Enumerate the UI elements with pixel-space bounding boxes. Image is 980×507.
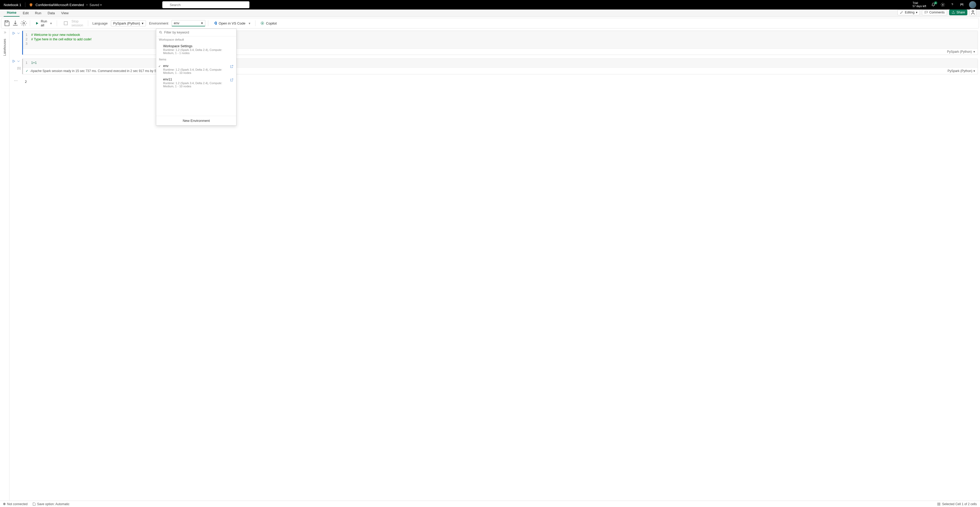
- comment-icon: [924, 11, 928, 14]
- search-input[interactable]: [170, 3, 247, 7]
- avatar[interactable]: [969, 1, 976, 8]
- play-icon: [35, 21, 39, 25]
- copilot-icon: [260, 21, 264, 25]
- new-environment-button[interactable]: New Environment: [156, 116, 236, 125]
- chevron-down-icon[interactable]: ▾: [100, 3, 102, 6]
- ribbon-tabs: Home Edit Run Data View Editing ▾ Commen…: [0, 10, 980, 17]
- language-value: PySpark (Python): [113, 21, 140, 25]
- env-item-name: env: [163, 64, 234, 68]
- open-vscode-button[interactable]: Open in VS Code ▾: [211, 20, 253, 26]
- editing-label: Editing: [905, 11, 915, 14]
- people-icon[interactable]: [969, 9, 976, 16]
- editing-mode-button[interactable]: Editing ▾: [897, 10, 920, 15]
- separator: [57, 20, 57, 26]
- notebook-title[interactable]: Notebook 1: [4, 3, 21, 7]
- env-item-desc: Runtime: 1.2 (Spark 3.4, Delta 2.4), Com…: [163, 81, 234, 88]
- notifications-icon[interactable]: 6: [931, 2, 935, 7]
- search-box[interactable]: [162, 1, 250, 8]
- svg-line-1: [167, 5, 168, 6]
- tab-view[interactable]: View: [58, 10, 72, 17]
- cell-menu-icon[interactable]: [16, 59, 21, 63]
- run-cell-icon[interactable]: [12, 31, 16, 35]
- stop-session-label: Stop session: [72, 19, 83, 27]
- svg-point-9: [262, 23, 263, 24]
- tab-home[interactable]: Home: [4, 9, 19, 17]
- comments-label: Comments: [929, 11, 945, 14]
- notebook-area: M↓ ⋯ 123 # Welcome to your new notebook: [10, 29, 980, 501]
- exec-count: [1]: [18, 67, 21, 70]
- svg-point-5: [972, 11, 974, 12]
- feedback-icon[interactable]: [959, 2, 964, 7]
- chevron-down-icon[interactable]: ▾: [974, 50, 975, 54]
- language-dropdown[interactable]: PySpark (Python) ▾: [111, 20, 146, 26]
- env-item-desc: Runtime: 1.2 (Spark 3.4, Delta 2.4), Com…: [163, 48, 234, 55]
- confidential-label[interactable]: Confidential\Microsoft Extended: [36, 3, 84, 7]
- share-label: Share: [956, 11, 965, 14]
- env-item-desc: Runtime: 1.2 (Spark 3.4, Delta 2.4), Com…: [163, 68, 234, 75]
- top-header: Notebook 1 Confidential\Microsoft Extend…: [0, 0, 980, 10]
- env-item-env[interactable]: ✓ env Runtime: 1.2 (Spark 3.4, Delta 2.4…: [156, 62, 236, 76]
- language-label: Language: [91, 21, 109, 25]
- chevron-down-icon[interactable]: ▾: [974, 69, 975, 73]
- expand-rail-icon[interactable]: [3, 30, 6, 35]
- env-section-items: Items: [156, 56, 236, 62]
- cell-menu-icon[interactable]: [16, 31, 21, 35]
- help-icon[interactable]: [950, 2, 955, 7]
- env-item-env11[interactable]: env11 Runtime: 1.2 (Spark 3.4, Delta 2.4…: [156, 76, 236, 89]
- shield-icon: [29, 3, 33, 7]
- workspace: Lakehouses M↓ ⋯ 123: [0, 29, 980, 501]
- save-icon[interactable]: [3, 20, 10, 27]
- check-icon: ✓: [158, 65, 161, 68]
- separator: [30, 20, 30, 26]
- cell-language[interactable]: PySpark (Python): [948, 69, 972, 73]
- svg-point-12: [159, 31, 161, 33]
- code-cell-2: [1] 1 1+1 ✓ -Apache Spark session ready …: [10, 59, 978, 75]
- env-section-default: Workspace default: [156, 37, 236, 43]
- pencil-icon: [900, 11, 904, 14]
- svg-point-0: [165, 3, 167, 5]
- separator: [255, 20, 256, 26]
- stop-session-button[interactable]: Stop session: [60, 18, 85, 28]
- copilot-button[interactable]: Copilot: [258, 20, 279, 26]
- side-rail: Lakehouses: [0, 29, 10, 501]
- code-cell-1: 123 # Welcome to your new notebook # Typ…: [10, 30, 978, 55]
- chevron-down-icon[interactable]: ▾: [50, 21, 52, 25]
- code-line: # Welcome to your new notebook: [31, 33, 92, 37]
- environment-value: env: [174, 21, 180, 25]
- share-button[interactable]: Share: [949, 10, 967, 15]
- chevron-down-icon: ▾: [142, 21, 143, 25]
- open-vscode-label: Open in VS Code: [219, 21, 245, 25]
- open-external-icon[interactable]: [230, 65, 234, 68]
- tab-data[interactable]: Data: [45, 10, 58, 17]
- env-item-workspace-settings[interactable]: Workspace Settings Runtime: 1.2 (Spark 3…: [156, 43, 236, 56]
- lakehouses-tab[interactable]: Lakehouses: [3, 39, 6, 56]
- tab-edit[interactable]: Edit: [19, 10, 32, 17]
- svg-point-2: [942, 4, 943, 6]
- search-icon: [164, 3, 168, 6]
- code-lines: 1+1: [31, 61, 37, 65]
- gear-icon[interactable]: [20, 20, 27, 27]
- output-menu-icon[interactable]: ⋯: [10, 78, 22, 85]
- env-filter[interactable]: [156, 29, 236, 37]
- run-all-button[interactable]: Run all ▾: [33, 18, 54, 28]
- chevron-down-icon[interactable]: ▾: [249, 21, 250, 25]
- saved-status[interactable]: Saved ▾: [87, 3, 102, 7]
- comments-button[interactable]: Comments: [922, 10, 947, 15]
- cell-output: 2: [22, 78, 30, 85]
- download-icon[interactable]: [12, 20, 19, 27]
- run-cell-icon[interactable]: [12, 59, 16, 63]
- environment-dropdown[interactable]: env ▾: [172, 20, 205, 26]
- trial-info[interactable]: Trial: 57 days left: [913, 2, 926, 8]
- open-external-icon[interactable]: [230, 78, 234, 82]
- env-filter-input[interactable]: [164, 30, 234, 34]
- svg-point-6: [23, 22, 25, 24]
- copilot-label: Copilot: [266, 21, 277, 25]
- tab-run[interactable]: Run: [32, 10, 45, 17]
- svg-line-13: [161, 33, 162, 34]
- trial-line1: Trial:: [913, 2, 926, 5]
- toolbar: Run all ▾ Stop session Language PySpark …: [1, 18, 979, 29]
- code-line: 1+1: [31, 61, 37, 65]
- cell-language[interactable]: PySpark (Python): [947, 50, 972, 54]
- code-line: [31, 42, 92, 46]
- settings-icon[interactable]: [940, 2, 945, 7]
